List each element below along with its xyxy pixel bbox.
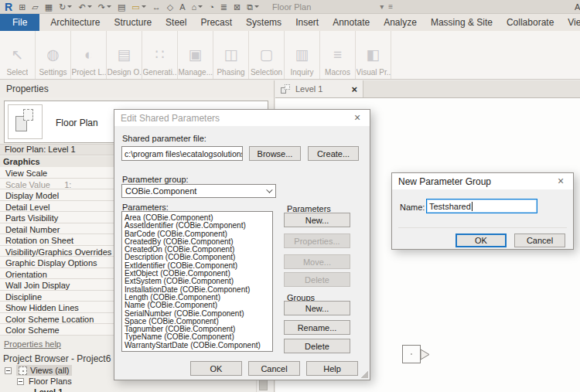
ribbon-panel-icon: ▥: [295, 42, 309, 68]
parameter-item[interactable]: WarrantyStartDate (COBie.Component): [125, 342, 272, 349]
tab-view[interactable]: View: [561, 14, 580, 31]
group-new-button[interactable]: New...: [284, 301, 350, 315]
dropdown-arrow-icon: [107, 5, 111, 8]
text-icon[interactable]: A: [177, 1, 187, 13]
tab-precast[interactable]: Precast: [193, 14, 239, 31]
create-button[interactable]: Create...: [308, 146, 359, 161]
dialog-title-bar[interactable]: New Parameter Group ×: [392, 173, 573, 189]
parameter-group-label: Parameter group:: [122, 175, 189, 184]
tab-insert[interactable]: Insert: [288, 14, 326, 31]
dropdown-arrow-icon: [198, 5, 203, 8]
name-label: Name:: [400, 203, 425, 212]
design-options-button: ▤ Design O...: [107, 31, 142, 79]
dropdown-arrow-icon: [142, 5, 146, 8]
chevron-down-icon: [266, 186, 272, 193]
ribbon-panel-icon: ∷: [155, 42, 164, 68]
open-file-icon[interactable]: ▱: [29, 1, 40, 13]
parameters-list: Area (COBie.Component) AssetIdentifier (…: [121, 211, 273, 352]
group-rename-button[interactable]: Rename...: [284, 320, 350, 335]
section-icon[interactable]: ◔: [206, 1, 217, 13]
tab-systems[interactable]: Systems: [239, 14, 288, 31]
close-icon[interactable]: ×: [345, 110, 370, 126]
quick-access-toolbar: R ⊞ ▱ ▦ ↻: [2, 1, 261, 13]
shared-parameter-file-label: Shared parameter file:: [122, 134, 206, 143]
tag-icon[interactable]: ◇: [165, 1, 176, 13]
name-input[interactable]: Testshared: [426, 199, 537, 213]
collapse-icon[interactable]: [17, 378, 24, 385]
tab-analyze[interactable]: Analyze: [377, 14, 424, 31]
thin-lines-icon[interactable]: ≣: [218, 1, 230, 13]
ribbon-panel-icon: ◍: [46, 42, 60, 68]
undo-icon[interactable]: ↶: [76, 1, 94, 13]
properties-palette-header: Properties: [0, 80, 274, 97]
ribbon-panel-icon: ▤: [118, 42, 131, 68]
project-browser-header: Project Browser - Project6: [3, 353, 111, 364]
edit-shared-parameters-dialog: Edit Shared Parameters × Shared paramete…: [114, 109, 370, 380]
settings-button: ◍ Settings: [36, 31, 71, 79]
tab-steel[interactable]: Steel: [159, 14, 193, 31]
tab-file[interactable]: File: [0, 14, 39, 31]
manage-project-button: ▣ Manage...: [178, 31, 213, 79]
aligned-dimension-icon[interactable]: ↔: [150, 1, 163, 13]
browse-button[interactable]: Browse...: [249, 146, 301, 161]
views-icon: [19, 366, 27, 375]
redo-icon[interactable]: ↷: [96, 1, 114, 13]
dropdown-arrow-icon: [87, 5, 92, 8]
tab-structure[interactable]: Structure: [107, 14, 159, 31]
cancel-button[interactable]: Cancel: [514, 233, 565, 247]
ribbon-panel-row: ↖ Select ◍ Settings ◐ Project L... ▤ Des…: [0, 31, 580, 80]
help-button[interactable]: Help: [306, 361, 358, 376]
ribbon-panel-icon: ▢: [260, 42, 274, 68]
ok-button[interactable]: OK: [455, 233, 507, 247]
generative-design-button: ∷ Generati...: [142, 31, 178, 79]
ok-button[interactable]: OK: [190, 361, 242, 376]
ribbon-panel-icon: ▣: [189, 42, 203, 68]
floor-plan-view-icon: [281, 84, 291, 94]
title-bar: R ⊞ ▱ ▦ ↻: [0, 0, 580, 14]
close-icon[interactable]: ×: [548, 173, 573, 189]
default-3d-view-icon[interactable]: ⌂: [189, 1, 206, 13]
close-view-icon[interactable]: ×: [351, 84, 357, 95]
sync-icon[interactable]: ↻: [56, 1, 74, 13]
parameter-group-value: COBie.Component: [125, 186, 196, 196]
properties-window-icon[interactable]: ⊞: [16, 1, 28, 13]
tree-item-level-1[interactable]: Level 1: [0, 387, 274, 392]
close-hidden-windows-icon[interactable]: ⊠: [231, 1, 243, 13]
switch-windows-icon[interactable]: ⧉: [244, 1, 261, 13]
tab-architecture[interactable]: Architecture: [43, 14, 107, 31]
view-tab-level-1[interactable]: Level 1 ×: [275, 80, 363, 97]
window-title: Au: [575, 2, 580, 12]
visual-programming-button: ◧ Visual Pr...: [356, 31, 391, 79]
ribbon-panel-icon: ◐: [84, 42, 93, 68]
parameter-new-button[interactable]: New...: [284, 213, 350, 227]
dialog-title: New Parameter Group: [398, 176, 491, 187]
revit-logo[interactable]: R: [2, 1, 15, 13]
collapse-icon[interactable]: [5, 367, 12, 374]
save-icon[interactable]: ▦: [43, 1, 55, 13]
tab-collaborate[interactable]: Collaborate: [500, 14, 561, 31]
type-selector-label: Floor Plan: [56, 101, 98, 144]
selection-button: ▢ Selection: [249, 31, 285, 79]
chevron-down-icon[interactable]: ▾: [380, 2, 384, 11]
qat-customize-icon[interactable]: ≡: [388, 2, 393, 11]
dialog-title: Edit Shared Parameters: [121, 113, 220, 124]
select-button: ↖ Select: [0, 31, 36, 79]
print-icon[interactable]: ▤: [115, 1, 128, 13]
measure-icon[interactable]: ▭: [129, 1, 148, 13]
ribbon-panel-icon: ≡: [333, 42, 342, 68]
ribbon-panel-icon: ◧: [367, 42, 380, 68]
dialog-title-bar[interactable]: Edit Shared Parameters ×: [114, 110, 370, 126]
resize-grip[interactable]: [361, 371, 368, 378]
group-delete-button[interactable]: Delete: [284, 339, 350, 353]
cancel-button[interactable]: Cancel: [248, 361, 300, 376]
active-view-title-box[interactable]: Floor Plan ▾ ≡: [268, 1, 397, 13]
shared-parameter-file-input[interactable]: c:\program files\ecatalogsolutions\iface…: [121, 146, 243, 161]
parameter-move-button: Move...: [284, 254, 350, 269]
text-caret: [472, 202, 473, 211]
ribbon-panel-icon: ◫: [224, 42, 238, 68]
project-location-button: ◐ Project L...: [71, 31, 107, 79]
tab-annotate[interactable]: Annotate: [326, 14, 377, 31]
parameter-group-dropdown[interactable]: COBie.Component: [121, 184, 276, 198]
properties-help-link[interactable]: Properties help: [4, 339, 61, 349]
tab-massing-site[interactable]: Massing & Site: [424, 14, 500, 31]
